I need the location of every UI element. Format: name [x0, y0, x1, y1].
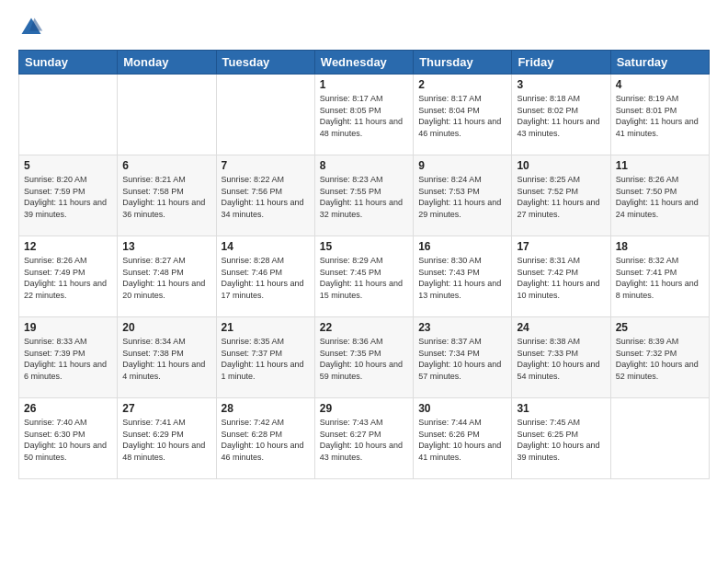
day-info: Sunrise: 7:45 AM Sunset: 6:25 PM Dayligh… [517, 417, 605, 463]
weekday-header-row: SundayMondayTuesdayWednesdayThursdayFrid… [19, 51, 710, 75]
calendar-cell: 28Sunrise: 7:42 AM Sunset: 6:28 PM Dayli… [216, 398, 314, 479]
weekday-header-tuesday: Tuesday [216, 51, 314, 75]
calendar-cell [216, 75, 314, 155]
calendar-cell: 2Sunrise: 8:17 AM Sunset: 8:04 PM Daylig… [414, 75, 512, 155]
calendar-cell: 17Sunrise: 8:31 AM Sunset: 7:42 PM Dayli… [512, 236, 610, 317]
day-number: 21 [222, 321, 310, 334]
calendar-cell [19, 75, 118, 155]
day-info: Sunrise: 7:41 AM Sunset: 6:29 PM Dayligh… [122, 417, 210, 463]
day-number: 1 [320, 78, 408, 91]
weekday-header-wednesday: Wednesday [314, 51, 413, 75]
week-row-1: 1Sunrise: 8:17 AM Sunset: 8:05 PM Daylig… [19, 75, 710, 155]
calendar-cell: 29Sunrise: 7:43 AM Sunset: 6:27 PM Dayli… [314, 398, 413, 479]
day-number: 11 [616, 159, 704, 172]
day-number: 26 [24, 402, 112, 415]
calendar-cell: 27Sunrise: 7:41 AM Sunset: 6:29 PM Dayli… [118, 398, 216, 479]
day-info: Sunrise: 8:36 AM Sunset: 7:35 PM Dayligh… [320, 336, 408, 382]
day-info: Sunrise: 8:26 AM Sunset: 7:49 PM Dayligh… [24, 255, 112, 301]
day-number: 18 [616, 240, 704, 253]
day-info: Sunrise: 7:40 AM Sunset: 6:30 PM Dayligh… [24, 417, 112, 463]
calendar-cell: 6Sunrise: 8:21 AM Sunset: 7:58 PM Daylig… [118, 155, 216, 236]
calendar-cell [118, 75, 216, 155]
day-number: 9 [418, 159, 506, 172]
calendar-cell: 22Sunrise: 8:36 AM Sunset: 7:35 PM Dayli… [314, 317, 413, 398]
calendar-cell: 18Sunrise: 8:32 AM Sunset: 7:41 PM Dayli… [610, 236, 709, 317]
logo [18, 15, 48, 40]
calendar-cell: 9Sunrise: 8:24 AM Sunset: 7:53 PM Daylig… [414, 155, 512, 236]
day-number: 5 [24, 159, 112, 172]
day-info: Sunrise: 8:26 AM Sunset: 7:50 PM Dayligh… [616, 174, 704, 220]
day-number: 19 [24, 321, 112, 334]
day-number: 17 [517, 240, 605, 253]
header [18, 15, 710, 40]
day-info: Sunrise: 8:17 AM Sunset: 8:05 PM Dayligh… [320, 93, 408, 139]
weekday-header-saturday: Saturday [610, 51, 709, 75]
day-number: 20 [122, 321, 210, 334]
day-info: Sunrise: 8:20 AM Sunset: 7:59 PM Dayligh… [24, 174, 112, 220]
calendar-cell: 5Sunrise: 8:20 AM Sunset: 7:59 PM Daylig… [19, 155, 118, 236]
day-number: 4 [616, 78, 704, 91]
day-info: Sunrise: 8:22 AM Sunset: 7:56 PM Dayligh… [222, 174, 310, 220]
day-info: Sunrise: 8:21 AM Sunset: 7:58 PM Dayligh… [122, 174, 210, 220]
day-number: 8 [320, 159, 408, 172]
day-number: 23 [418, 321, 506, 334]
day-info: Sunrise: 8:37 AM Sunset: 7:34 PM Dayligh… [418, 336, 506, 382]
calendar-cell: 11Sunrise: 8:26 AM Sunset: 7:50 PM Dayli… [610, 155, 709, 236]
day-info: Sunrise: 8:24 AM Sunset: 7:53 PM Dayligh… [418, 174, 506, 220]
day-number: 31 [517, 402, 605, 415]
day-number: 6 [122, 159, 210, 172]
calendar-cell: 19Sunrise: 8:33 AM Sunset: 7:39 PM Dayli… [19, 317, 118, 398]
calendar-cell: 1Sunrise: 8:17 AM Sunset: 8:05 PM Daylig… [314, 75, 413, 155]
calendar-cell: 7Sunrise: 8:22 AM Sunset: 7:56 PM Daylig… [216, 155, 314, 236]
logo-icon [18, 15, 44, 40]
calendar-cell: 24Sunrise: 8:38 AM Sunset: 7:33 PM Dayli… [512, 317, 610, 398]
day-info: Sunrise: 8:25 AM Sunset: 7:52 PM Dayligh… [517, 174, 605, 220]
week-row-3: 12Sunrise: 8:26 AM Sunset: 7:49 PM Dayli… [19, 236, 710, 317]
calendar-cell: 13Sunrise: 8:27 AM Sunset: 7:48 PM Dayli… [118, 236, 216, 317]
day-info: Sunrise: 8:28 AM Sunset: 7:46 PM Dayligh… [222, 255, 310, 301]
day-number: 2 [418, 78, 506, 91]
day-info: Sunrise: 8:30 AM Sunset: 7:43 PM Dayligh… [418, 255, 506, 301]
calendar-cell: 25Sunrise: 8:39 AM Sunset: 7:32 PM Dayli… [610, 317, 709, 398]
calendar: SundayMondayTuesdayWednesdayThursdayFrid… [18, 50, 710, 479]
calendar-cell: 3Sunrise: 8:18 AM Sunset: 8:02 PM Daylig… [512, 75, 610, 155]
weekday-header-monday: Monday [118, 51, 216, 75]
calendar-cell: 23Sunrise: 8:37 AM Sunset: 7:34 PM Dayli… [414, 317, 512, 398]
day-number: 3 [517, 78, 605, 91]
calendar-cell: 14Sunrise: 8:28 AM Sunset: 7:46 PM Dayli… [216, 236, 314, 317]
day-info: Sunrise: 7:43 AM Sunset: 6:27 PM Dayligh… [320, 417, 408, 463]
calendar-cell: 15Sunrise: 8:29 AM Sunset: 7:45 PM Dayli… [314, 236, 413, 317]
day-number: 13 [122, 240, 210, 253]
calendar-cell: 21Sunrise: 8:35 AM Sunset: 7:37 PM Dayli… [216, 317, 314, 398]
day-info: Sunrise: 8:35 AM Sunset: 7:37 PM Dayligh… [222, 336, 310, 382]
day-number: 10 [517, 159, 605, 172]
weekday-header-friday: Friday [512, 51, 610, 75]
calendar-cell: 16Sunrise: 8:30 AM Sunset: 7:43 PM Dayli… [414, 236, 512, 317]
day-number: 29 [320, 402, 408, 415]
day-number: 27 [122, 402, 210, 415]
week-row-5: 26Sunrise: 7:40 AM Sunset: 6:30 PM Dayli… [19, 398, 710, 479]
day-info: Sunrise: 8:31 AM Sunset: 7:42 PM Dayligh… [517, 255, 605, 301]
calendar-cell: 20Sunrise: 8:34 AM Sunset: 7:38 PM Dayli… [118, 317, 216, 398]
day-info: Sunrise: 7:44 AM Sunset: 6:26 PM Dayligh… [418, 417, 506, 463]
calendar-cell: 26Sunrise: 7:40 AM Sunset: 6:30 PM Dayli… [19, 398, 118, 479]
day-number: 28 [222, 402, 310, 415]
page: SundayMondayTuesdayWednesdayThursdayFrid… [0, 0, 728, 563]
weekday-header-sunday: Sunday [19, 51, 118, 75]
day-number: 7 [222, 159, 310, 172]
weekday-header-thursday: Thursday [414, 51, 512, 75]
day-info: Sunrise: 8:32 AM Sunset: 7:41 PM Dayligh… [616, 255, 704, 301]
calendar-cell: 10Sunrise: 8:25 AM Sunset: 7:52 PM Dayli… [512, 155, 610, 236]
day-number: 15 [320, 240, 408, 253]
day-info: Sunrise: 8:23 AM Sunset: 7:55 PM Dayligh… [320, 174, 408, 220]
calendar-cell: 8Sunrise: 8:23 AM Sunset: 7:55 PM Daylig… [314, 155, 413, 236]
day-info: Sunrise: 8:18 AM Sunset: 8:02 PM Dayligh… [517, 93, 605, 139]
day-info: Sunrise: 8:34 AM Sunset: 7:38 PM Dayligh… [122, 336, 210, 382]
day-number: 16 [418, 240, 506, 253]
day-number: 25 [616, 321, 704, 334]
day-info: Sunrise: 8:17 AM Sunset: 8:04 PM Dayligh… [418, 93, 506, 139]
day-info: Sunrise: 8:29 AM Sunset: 7:45 PM Dayligh… [320, 255, 408, 301]
day-number: 30 [418, 402, 506, 415]
week-row-4: 19Sunrise: 8:33 AM Sunset: 7:39 PM Dayli… [19, 317, 710, 398]
day-info: Sunrise: 7:42 AM Sunset: 6:28 PM Dayligh… [222, 417, 310, 463]
